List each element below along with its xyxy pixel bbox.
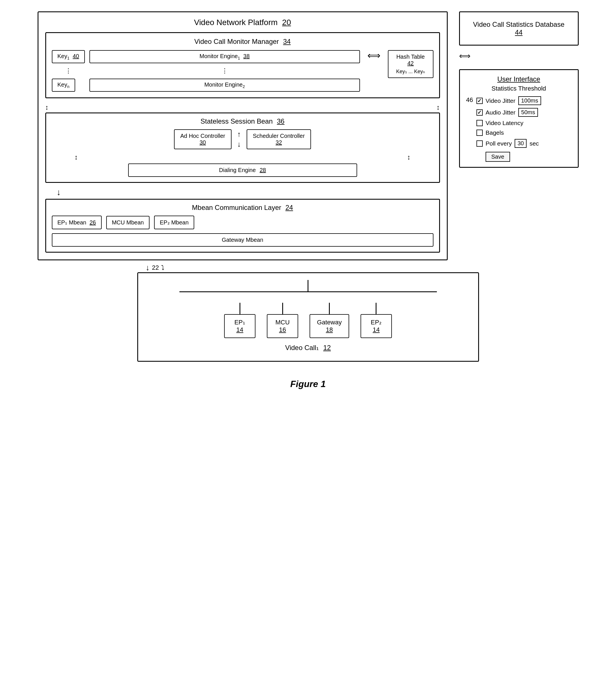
stats-db-number: 44 xyxy=(515,28,523,36)
video-latency-checkbox[interactable] xyxy=(476,120,483,126)
monitor-manager-box: Video Call Monitor Manager 34 Key1 40 ⋮ … xyxy=(45,32,440,98)
ep1-node: EP₁ 14 xyxy=(224,303,255,338)
poll-checkbox[interactable] xyxy=(476,140,483,147)
vc-label: Video Call₁ 12 xyxy=(285,344,331,352)
key1-sub: 1 xyxy=(67,56,70,60)
right-col: Video Call Statistics Database 44 ⟺ User… xyxy=(459,11,579,168)
ep2-box: EP₂ 14 xyxy=(361,314,392,338)
key1-box: Key1 40 xyxy=(52,50,85,63)
dialing-label: Dialing Engine xyxy=(219,167,256,173)
bagels-checkbox[interactable] xyxy=(476,130,483,136)
key1-number: 40 xyxy=(73,53,79,59)
connector-label: 22 xyxy=(152,264,159,272)
engines-col: Monitor Engine1 38 ⋮ Monitor Engine2 xyxy=(89,50,360,92)
connector-22: ↓ 22 ⤵ xyxy=(94,263,522,272)
monitor-manager-inner: Key1 40 ⋮ Keyn Monitor Engine1 38 xyxy=(52,50,434,92)
hash-keys: Key₁ ... Keyₙ xyxy=(393,68,428,75)
ep1-box: EP₁ 14 xyxy=(224,314,255,338)
key1-label: Key xyxy=(58,53,67,59)
ep2-mbean-box: EP₂ Mbean xyxy=(154,216,194,229)
audio-jitter-row: Audio Jitter 50ms xyxy=(476,108,571,117)
monitor-manager-title-text: Video Call Monitor Manager xyxy=(194,38,279,45)
engine-dots: ⋮ xyxy=(89,66,360,76)
poll-row: Poll every 30 sec xyxy=(476,139,571,148)
engine1-sub: 1 xyxy=(238,56,240,60)
stats-db-box: Video Call Statistics Database 44 xyxy=(459,11,579,46)
bagels-row: Bagels xyxy=(476,129,571,136)
video-jitter-checkbox[interactable] xyxy=(476,98,483,104)
audio-jitter-input[interactable]: 50ms xyxy=(518,108,538,117)
session-bean-box: Stateless Session Bean 36 Ad Hoc Control… xyxy=(45,112,440,183)
audio-jitter-checkbox[interactable] xyxy=(476,109,483,116)
platform-number: 20 xyxy=(282,18,291,27)
diagram-wrapper: Video Network Platform 20 Video Call Mon… xyxy=(37,11,579,389)
db-platform-arrow: ⟺ xyxy=(459,51,579,61)
ep1-mbean-number: 26 xyxy=(89,219,96,226)
key-dots: ⋮ xyxy=(52,66,85,76)
gateway-mbean-label: Gateway Mbean xyxy=(222,237,263,243)
platform-title-text: Video Network Platform xyxy=(194,18,278,27)
hash-col: Hash Table 42 Key₁ ... Keyₙ xyxy=(388,50,434,78)
audio-jitter-label: Audio Jitter xyxy=(485,109,516,116)
engine2-box: Monitor Engine2 xyxy=(89,79,360,92)
dialing-number: 28 xyxy=(260,167,266,173)
ep2-label: EP₂ xyxy=(368,319,384,326)
v-arrow-mbean: ↓ xyxy=(45,188,440,197)
engine1-label: Monitor Engine xyxy=(199,53,238,59)
ep1-label: EP₁ xyxy=(232,319,248,326)
ui-items: Video Jitter 100ms Audio Jitter 50ms xyxy=(476,96,571,162)
mcu-node: MCU 16 xyxy=(267,303,298,338)
keys-col: Key1 40 ⋮ Keyn xyxy=(52,50,85,92)
arrow-col-right: ↕ xyxy=(437,103,440,111)
mcu-mbean-label: MCU Mbean xyxy=(112,219,144,226)
session-bean-title-text: Stateless Session Bean xyxy=(201,117,273,125)
video-call-box: EP₁ 14 MCU 16 Gateway xyxy=(137,272,479,362)
ep1-number: 14 xyxy=(232,326,248,333)
video-jitter-row: Video Jitter 100ms xyxy=(476,96,571,105)
poll-input[interactable]: 30 xyxy=(515,139,527,148)
adhoc-number: 30 xyxy=(200,139,206,146)
user-interface-box: User Interface Statistics Threshold 46 V… xyxy=(459,69,579,168)
ep1-mbean-label: EP₁ Mbean xyxy=(58,219,86,226)
mbean-number: 24 xyxy=(285,204,293,211)
label-46: 46 xyxy=(466,96,473,104)
engine1-box: Monitor Engine1 38 xyxy=(89,50,360,63)
monitor-manager-number: 34 xyxy=(283,38,291,45)
mbean-title-text: Mbean Communication Layer xyxy=(192,204,281,211)
ep2-mbean-label: EP₂ Mbean xyxy=(160,219,188,226)
ep1-stem xyxy=(239,303,240,314)
ui-title: User Interface xyxy=(466,75,571,83)
engine1-number: 38 xyxy=(243,53,249,59)
ui-subtitle: Statistics Threshold xyxy=(466,85,571,92)
session-bean-number: 36 xyxy=(277,117,285,125)
controller-arrows: ↑ ↓ xyxy=(237,130,241,149)
videocall-label: Video Call₁ xyxy=(285,344,319,352)
gateway-label: Gateway xyxy=(317,319,342,326)
save-button[interactable]: Save xyxy=(485,152,510,162)
controllers-row: Ad Hoc Controller 30 ↑ ↓ Scheduler Contr… xyxy=(52,129,434,149)
ep2-node: EP₂ 14 xyxy=(361,303,392,338)
internal-arrows-1: ↕ ↕ xyxy=(45,103,440,111)
adhoc-box: Ad Hoc Controller 30 xyxy=(174,129,232,149)
platform-box: Video Network Platform 20 Video Call Mon… xyxy=(37,11,448,260)
poll-label-post: sec xyxy=(529,140,539,147)
mcu-mbean-box: MCU Mbean xyxy=(106,216,150,229)
mcu-stem xyxy=(282,303,283,314)
ep2-number: 14 xyxy=(368,326,384,333)
video-latency-label: Video Latency xyxy=(485,120,524,127)
vc-branch-container: EP₁ 14 MCU 16 Gateway xyxy=(147,291,469,338)
gateway-box: Gateway 18 xyxy=(310,314,349,338)
hash-number: 42 xyxy=(393,60,428,67)
stats-db-title: Video Call Statistics Database xyxy=(473,20,564,28)
save-row: Save xyxy=(476,151,571,162)
monitor-manager-title: Video Call Monitor Manager 34 xyxy=(52,38,434,46)
ep1-mbean-box: EP₁ Mbean 26 xyxy=(52,216,102,229)
mbean-box: Mbean Communication Layer 24 EP₁ Mbean 2… xyxy=(45,199,440,253)
mbean-title: Mbean Communication Layer 24 xyxy=(52,204,434,212)
bagels-label: Bagels xyxy=(485,129,504,136)
video-jitter-input[interactable]: 100ms xyxy=(518,96,541,105)
ep2-stem xyxy=(376,303,377,314)
scheduler-number: 32 xyxy=(276,139,282,146)
videocall-number: 12 xyxy=(323,344,331,352)
video-latency-row: Video Latency xyxy=(476,120,571,127)
